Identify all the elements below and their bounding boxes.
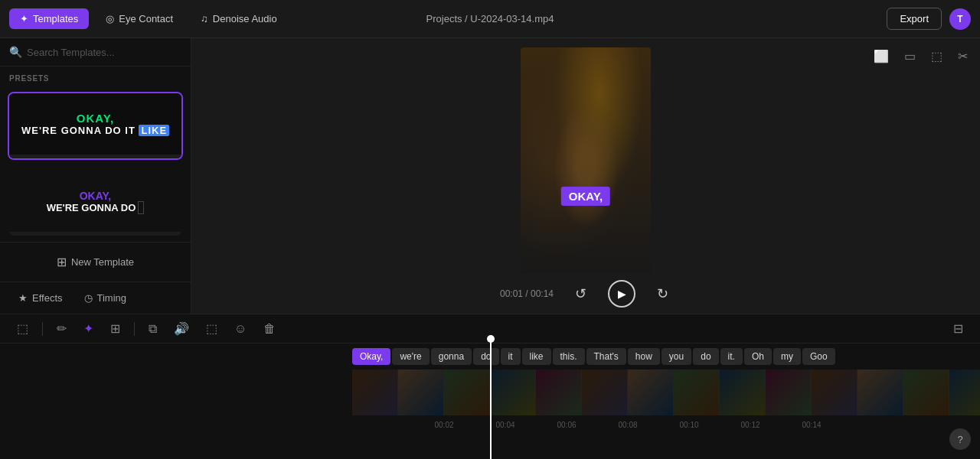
figure-shape xyxy=(554,104,619,229)
timeline-area: ⬚✏✦⊞⧉🔊⬚☺🗑⊟Okay,we'regonnadoitlikethis.Th… xyxy=(0,314,980,459)
word-chip[interactable]: Goo xyxy=(802,348,835,365)
templates-icon: ✦ xyxy=(20,13,28,24)
effects-tab[interactable]: ★ Effects xyxy=(9,288,72,308)
tl-effects-btn[interactable]: ✦ xyxy=(79,319,98,338)
sirius-footer: Sirius xyxy=(9,155,181,160)
tl-audio-btn[interactable]: 🔊 xyxy=(169,319,194,338)
frame-block xyxy=(536,369,582,415)
sirius-line1: OKAY, xyxy=(77,112,114,125)
word-chip[interactable]: gonna xyxy=(431,348,472,365)
tl-sep1 xyxy=(42,322,43,336)
main-area: 🔍 PRESETS OKAY, WE'RE GONNA DO IT LIKE S… xyxy=(0,38,980,314)
view-controls: ⬜ ▭ ⬚ ✂ xyxy=(869,46,972,67)
search-input[interactable] xyxy=(27,47,181,58)
word-chip[interactable]: it xyxy=(501,348,521,365)
word-chip[interactable]: do xyxy=(473,348,498,365)
video-track xyxy=(352,369,980,415)
timing-label: Timing xyxy=(97,292,127,304)
frame-block xyxy=(812,369,858,415)
new-template-button[interactable]: ⊞ New Template xyxy=(57,255,134,269)
tab-templates[interactable]: ✦ Templates xyxy=(9,8,89,29)
play-button[interactable]: ▶ xyxy=(608,280,635,308)
word-chip[interactable]: it. xyxy=(720,348,743,365)
forward-button[interactable]: ↻ xyxy=(654,282,671,305)
words-track: Okay,we'regonnadoitlikethis.That'showyou… xyxy=(0,343,980,369)
tl-emoji-btn[interactable]: ☺ xyxy=(230,320,251,338)
tl-hide-btn[interactable]: ⊟ xyxy=(949,319,968,338)
tl-capture-btn[interactable]: ⬚ xyxy=(12,319,33,338)
time-current: 00:01 xyxy=(500,288,523,299)
frame-block xyxy=(444,369,490,415)
view-btn-square[interactable]: ⬚ xyxy=(926,46,947,67)
view-btn-crop[interactable]: ✂ xyxy=(953,46,972,67)
frame-block xyxy=(858,369,903,415)
search-bar: 🔍 xyxy=(0,38,191,67)
center-area: ⬜ ▭ ⬚ ✂ OKAY, 00:01 / 00:14 ↺ ▶ xyxy=(191,38,980,314)
frame-block xyxy=(949,369,980,415)
effects-icon: ★ xyxy=(18,292,28,304)
frame-block xyxy=(490,369,536,415)
presets-label: PRESETS xyxy=(0,67,191,87)
word-chip[interactable]: Oh xyxy=(744,348,772,365)
focus-footer: Focus xyxy=(9,232,181,237)
tab-denoise[interactable]: ♫ Denoise Audio xyxy=(190,8,288,29)
tl-sep4 xyxy=(134,322,135,336)
ruler-tick: 00:14 xyxy=(781,421,842,429)
word-chip[interactable]: we're xyxy=(392,348,429,365)
ruler-tick: 00:04 xyxy=(475,421,536,429)
avatar: T xyxy=(949,8,971,30)
tl-copy-btn[interactable]: ⧉ xyxy=(144,320,162,338)
word-chip[interactable]: like xyxy=(522,348,551,365)
top-bar-right: Export T xyxy=(887,8,971,30)
breadcrumb-text: Projects / U-2024-03-14.mp4 xyxy=(426,13,554,24)
word-chip[interactable]: Okay, xyxy=(352,348,390,365)
top-bar: ✦ Templates ◎ Eye Contact ♫ Denoise Audi… xyxy=(0,0,980,38)
tl-edit-btn[interactable]: ✏ xyxy=(52,319,71,338)
tl-right: ⊟ xyxy=(949,319,968,338)
effects-label: Effects xyxy=(32,292,63,304)
word-chip[interactable]: how xyxy=(628,348,660,365)
ruler-tick: 00:02 xyxy=(413,421,475,429)
help-button[interactable]: ? xyxy=(949,428,971,450)
word-chip[interactable]: That's xyxy=(586,348,626,365)
rewind-button[interactable]: ↺ xyxy=(572,282,590,305)
focus-line1: OKAY, xyxy=(80,190,112,202)
playback-controls: 00:01 / 00:14 ↺ ▶ ↻ xyxy=(500,274,671,314)
ruler-tick: 00:12 xyxy=(720,421,781,429)
tl-export-frame-btn[interactable]: ⬚ xyxy=(201,319,222,338)
denoise-icon: ♫ xyxy=(201,13,208,24)
timing-icon: ◷ xyxy=(84,292,93,304)
ruler-tick: 00:08 xyxy=(597,421,658,429)
frame-block xyxy=(352,369,398,415)
tab-eye-contact[interactable]: ◎ Eye Contact xyxy=(95,8,184,29)
top-bar-left: ✦ Templates ◎ Eye Contact ♫ Denoise Audi… xyxy=(9,8,288,29)
tl-layout-btn[interactable]: ⊞ xyxy=(106,319,125,338)
eye-contact-icon: ◎ xyxy=(106,13,114,24)
word-chip[interactable]: my xyxy=(773,348,801,365)
tab-eye-contact-label: Eye Contact xyxy=(119,13,173,24)
view-btn-landscape[interactable]: ⬜ xyxy=(869,46,893,67)
view-btn-portrait[interactable]: ▭ xyxy=(900,46,920,67)
time-total: 00:14 xyxy=(531,288,554,299)
word-chip[interactable]: this. xyxy=(553,348,585,365)
tab-denoise-label: Denoise Audio xyxy=(213,13,277,24)
frame-block xyxy=(674,369,720,415)
frame-block xyxy=(628,369,674,415)
word-chip[interactable]: do xyxy=(693,348,718,365)
tab-templates-label: Templates xyxy=(33,13,78,24)
timeline-toolbar: ⬚✏✦⊞⧉🔊⬚☺🗑⊟ xyxy=(0,314,980,343)
frame-block xyxy=(720,369,766,415)
timeline-ruler: 00:0200:0400:0600:0800:1000:1200:14 xyxy=(0,415,980,434)
template-card-focus[interactable]: OKAY, WE'RE GONNA DO Focus xyxy=(8,169,183,237)
video-caption: OKAY, xyxy=(561,187,610,206)
ruler-tick: 00:06 xyxy=(536,421,597,429)
word-chip[interactable]: you xyxy=(662,348,691,365)
template-card-sirius[interactable]: OKAY, WE'RE GONNA DO IT LIKE Sirius xyxy=(8,92,183,160)
frame-block xyxy=(582,369,628,415)
frame-block xyxy=(398,369,444,415)
timing-tab[interactable]: ◷ Timing xyxy=(75,288,136,308)
tl-delete-btn[interactable]: 🗑 xyxy=(259,320,280,338)
new-template-icon: ⊞ xyxy=(57,255,67,269)
new-template-area: ⊞ New Template xyxy=(0,242,191,282)
export-button[interactable]: Export xyxy=(887,8,942,30)
